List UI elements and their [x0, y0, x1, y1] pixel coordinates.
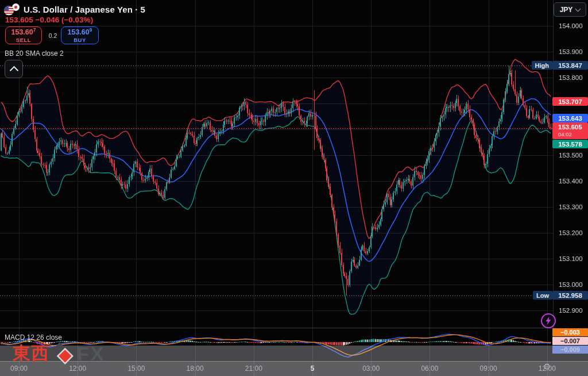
trading-app: U.S. Dollar / Japanese Yen · 5 153.605 −…: [0, 0, 588, 376]
watermark-kanji: 東西: [13, 342, 49, 366]
price-axis-label: 152.900: [559, 307, 583, 314]
bb-basis-badge: 153.643: [552, 114, 588, 122]
buy-price: 153.609: [68, 28, 92, 36]
broker-watermark: 東西 FX: [13, 340, 105, 367]
price-change-line: 153.605 −0.046 (−0.03%): [5, 16, 93, 24]
macd-histogram-badge: −0.007: [552, 337, 588, 345]
price-chart-canvas[interactable]: [0, 0, 588, 376]
watermark-fx: FX: [77, 343, 105, 365]
price-axis-label: 153.500: [559, 152, 583, 159]
price-axis-label: 153.000: [559, 281, 583, 288]
last-price-badge: 153.605 04:02: [552, 122, 588, 139]
axis-settings-gear-icon[interactable]: ⚙: [543, 362, 551, 372]
macd-signal-badge: −0.003: [552, 328, 588, 336]
usdjpy-flag-icon: [4, 3, 20, 16]
buy-label: BUY: [74, 37, 86, 43]
lightning-action-icon[interactable]: [540, 313, 556, 331]
price-axis-label: 153.400: [559, 178, 583, 185]
price-axis-label: 154.000: [559, 22, 583, 29]
macd-line-badge: −0.009: [552, 346, 588, 354]
low-value-badge: 152.958: [552, 291, 588, 300]
price-axis-label: 153.100: [559, 255, 583, 262]
buy-button[interactable]: 153.609 BUY: [61, 26, 99, 44]
low-tag: Low: [533, 291, 552, 300]
price-axis-label: 153.900: [559, 48, 583, 55]
spread-value: 0.2: [47, 32, 59, 39]
price-axis-label: 153.800: [559, 74, 583, 81]
broker-diamond-icon: [49, 340, 76, 367]
sell-price: 153.607: [11, 28, 36, 36]
sell-label: SELL: [16, 37, 31, 43]
collapse-legend-button[interactable]: [5, 60, 23, 78]
time-axis-label: 5: [311, 365, 315, 373]
symbol-title: U.S. Dollar / Japanese Yen · 5: [24, 5, 145, 14]
time-axis-label: 21:00: [245, 365, 262, 373]
price-axis-label: 153.300: [559, 204, 583, 210]
last-price-value: 153.605: [558, 124, 588, 131]
chevron-up-icon: [9, 66, 18, 75]
symbol-header[interactable]: U.S. Dollar / Japanese Yen · 5: [4, 3, 145, 16]
high-tag: High: [532, 61, 552, 70]
time-axis-label: 15:00: [127, 365, 145, 373]
high-value-badge: 153.847: [552, 61, 588, 70]
bb-lower-badge: 153.578: [552, 140, 588, 148]
time-axis-label: 18:00: [187, 365, 204, 373]
bb-indicator-label[interactable]: BB 20 SMA close 2: [5, 49, 64, 57]
time-axis-label: 09:00: [480, 365, 497, 373]
price-axis-label: 153.200: [559, 229, 583, 236]
bar-countdown: 04:02: [558, 132, 588, 138]
time-axis-label: 03:00: [362, 365, 380, 373]
bb-upper-badge: 153.707: [552, 97, 588, 106]
sell-button[interactable]: 153.607 SELL: [5, 26, 42, 44]
time-axis-label: 06:00: [421, 365, 438, 373]
